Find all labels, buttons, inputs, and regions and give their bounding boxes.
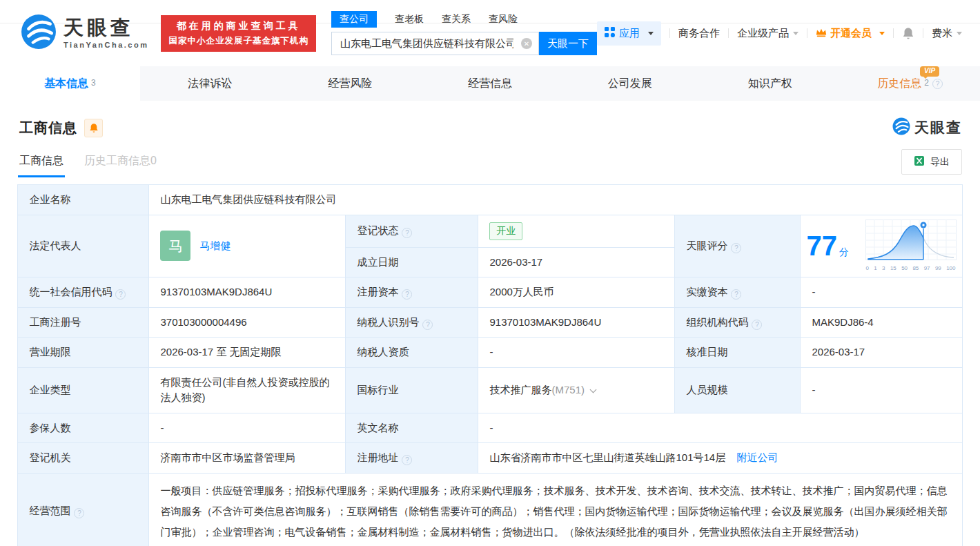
field-label-approval-date: 核准日期 <box>675 338 801 368</box>
search-tab-company[interactable]: 查公司 <box>331 11 377 28</box>
field-label-company-name: 企业名称 <box>18 185 149 215</box>
field-label-reg-address: 注册地址 <box>346 443 478 474</box>
tab-label: 知识产权 <box>748 77 792 91</box>
avatar[interactable]: 马 <box>160 231 190 261</box>
apps-label: 应用 <box>619 27 640 40</box>
tianyancha-logo-icon <box>892 117 910 138</box>
tab-legal-litigation[interactable]: 法律诉讼 <box>140 66 280 101</box>
tianyancha-logo-icon <box>21 14 57 52</box>
tab-label: 历史信息 <box>877 77 921 89</box>
tab-label: 经营风险 <box>328 77 372 91</box>
field-label-reg-capital: 注册资本 <box>346 277 478 308</box>
monitor-bell-button[interactable] <box>84 119 103 137</box>
search-tab-boss[interactable]: 查老板 <box>395 11 424 28</box>
username: 费米 <box>932 27 952 40</box>
vip-label: 开通会员 <box>830 27 872 40</box>
field-label-taxpayer-quality: 纳税人资质 <box>346 338 478 368</box>
address-text: 山东省济南市市中区七里山街道英雄山路101号14层 <box>489 451 725 463</box>
header-nav: 应用 商务合作 企业级产品 开通会员 <box>597 21 980 46</box>
help-icon[interactable] <box>752 320 762 330</box>
excel-icon <box>914 155 925 168</box>
field-label-business-scope: 经营范围 <box>18 473 149 546</box>
search-tab-relation[interactable]: 查关系 <box>442 11 471 28</box>
tab-label: 经营信息 <box>468 77 512 91</box>
table-row: 参保人数 - 英文名称 - <box>18 413 962 443</box>
field-value-establish-date: 2026-03-17 <box>478 247 675 277</box>
field-value-taxpayer-quality: - <box>478 338 675 368</box>
field-label-insured-count: 参保人数 <box>18 413 149 443</box>
subtab-business-info[interactable]: 工商信息 <box>19 154 63 177</box>
field-label-business-term: 营业期限 <box>18 338 149 368</box>
help-icon[interactable] <box>402 228 412 238</box>
tab-history-info[interactable]: 历史信息 VIP 2 <box>840 66 980 101</box>
field-label-tyc-score: 天眼评分 <box>675 215 801 277</box>
nav-enterprise-products[interactable]: 企业级产品 <box>737 27 798 40</box>
help-icon[interactable] <box>422 320 433 330</box>
search-area: 查公司 查老板 查关系 查风险 天眼一下 <box>331 11 597 55</box>
table-row: 营业期限 2026-03-17 至 无固定期限 纳税人资质 - 核准日期 202… <box>18 338 962 368</box>
chevron-down-icon <box>648 32 654 35</box>
table-row: 统一社会信用代码 91370103MAK9DJ864U 注册资本 2000万人民… <box>18 277 962 308</box>
field-label-company-type: 企业类型 <box>18 367 149 413</box>
tab-operation-risk[interactable]: 经营风险 <box>280 66 420 101</box>
status-badge: 开业 <box>489 222 522 240</box>
tab-intellectual-property[interactable]: 知识产权 <box>700 66 840 101</box>
open-vip[interactable]: 开通会员 <box>816 27 885 40</box>
user-menu[interactable]: 费米 <box>932 27 962 40</box>
chevron-down-icon[interactable] <box>590 386 597 393</box>
table-row: 企业名称 山东电工电气集团供应链科技有限公司 <box>18 185 962 215</box>
field-value-taxpayer-id: 91370103MAK9DJ864U <box>478 307 675 338</box>
section-header: 工商信息 天眼查 <box>17 119 963 137</box>
field-label-english-name: 英文名称 <box>346 413 478 443</box>
field-label-reg-status: 登记状态 <box>346 215 478 247</box>
field-value-industry[interactable]: 技术推广服务(M751) <box>478 367 675 413</box>
field-value-approval-date: 2026-03-17 <box>801 338 962 368</box>
help-icon[interactable] <box>731 243 741 253</box>
tab-basic-info[interactable]: 基本信息 3 <box>0 66 140 101</box>
score-distribution-chart: 0131550859799100 <box>865 220 957 273</box>
tianyancha-logo[interactable]: 天眼查 TianYanCha.com <box>21 14 148 52</box>
field-label-staff-size: 人员规模 <box>675 367 801 413</box>
legal-rep-link[interactable]: 马增健 <box>199 238 231 254</box>
field-label-industry: 国标行业 <box>346 367 478 413</box>
apps-menu[interactable]: 应用 <box>597 21 661 46</box>
help-icon[interactable] <box>74 508 84 518</box>
tab-company-development[interactable]: 公司发展 <box>560 66 700 101</box>
help-icon[interactable] <box>932 79 943 89</box>
chevron-down-icon <box>879 32 885 35</box>
notification-bell[interactable] <box>902 27 914 40</box>
crown-icon <box>816 28 827 39</box>
help-icon[interactable] <box>115 289 126 300</box>
search-button[interactable]: 天眼一下 <box>539 32 597 55</box>
chevron-down-icon <box>793 32 798 35</box>
field-value-company-name: 山东电工电气集团供应链科技有限公司 <box>149 185 962 215</box>
tab-label: 公司发展 <box>608 77 652 91</box>
subtab-row: 工商信息 历史工商信息0 导出 <box>17 154 963 177</box>
field-value-reg-status: 开业 <box>478 215 675 247</box>
search-tab-risk[interactable]: 查风险 <box>489 11 518 28</box>
clear-icon[interactable] <box>521 38 532 49</box>
field-value-english-name: - <box>478 413 962 443</box>
field-value-reg-number: 370103000004496 <box>149 307 346 338</box>
tab-operation-info[interactable]: 经营信息 <box>420 66 560 101</box>
score-unit: 分 <box>839 246 849 257</box>
export-button[interactable]: 导出 <box>901 149 962 175</box>
nearby-companies-link[interactable]: 附近公司 <box>736 451 778 463</box>
tab-label: 法律诉讼 <box>188 77 232 91</box>
table-row: 经营范围 一般项目：供应链管理服务；招投标代理服务；采购代理服务；政府采购代理服… <box>18 473 962 546</box>
field-value-org-code: MAK9DJ86-4 <box>801 307 962 338</box>
field-label-credit-code: 统一社会信用代码 <box>18 277 149 308</box>
help-icon[interactable] <box>402 455 412 465</box>
nav-cooperation[interactable]: 商务合作 <box>678 27 720 40</box>
table-row: 登记机关 济南市市中区市场监督管理局 注册地址 山东省济南市市中区七里山街道英雄… <box>18 443 962 474</box>
chevron-down-icon <box>957 32 962 35</box>
field-label-reg-number: 工商注册号 <box>18 307 149 338</box>
search-input[interactable] <box>331 32 539 55</box>
field-label-org-code: 组织机构代码 <box>675 307 801 338</box>
help-icon[interactable] <box>731 289 741 300</box>
table-row: 企业类型 有限责任公司(非自然人投资或控股的法人独资) 国标行业 技术推广服务(… <box>18 367 962 413</box>
industry-name: 技术推广服务 <box>489 384 551 396</box>
help-icon[interactable] <box>402 289 412 300</box>
enterprise-label: 企业级产品 <box>737 27 789 40</box>
subtab-history-business-info[interactable]: 历史工商信息0 <box>84 154 157 177</box>
